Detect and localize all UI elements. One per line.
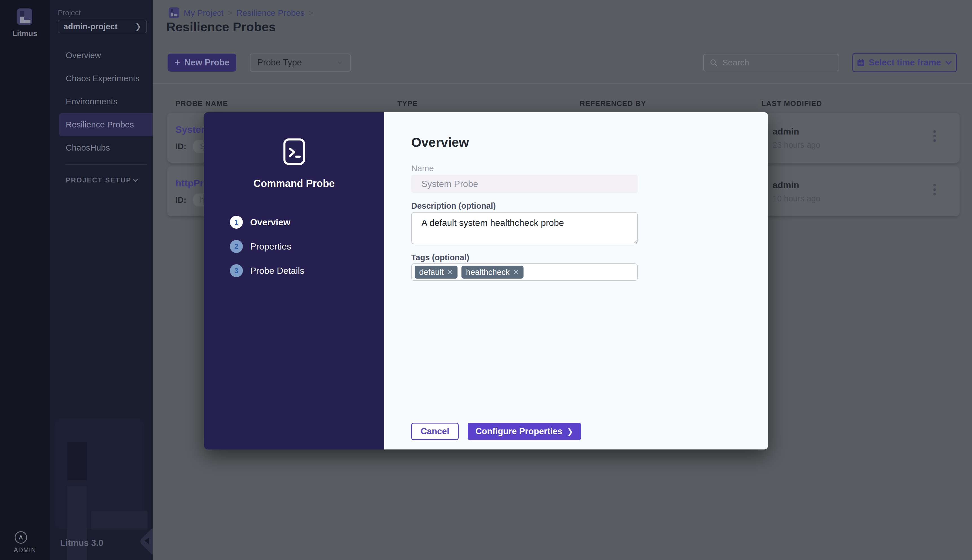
plus-icon: + bbox=[174, 57, 180, 68]
modified-ago: 23 hours ago bbox=[773, 140, 820, 150]
chevron-down-icon bbox=[132, 177, 139, 184]
row-menu-icon[interactable] bbox=[934, 184, 936, 195]
search-box bbox=[703, 54, 839, 71]
step-label: Overview bbox=[250, 217, 290, 228]
collapse-arrow-icon[interactable] bbox=[144, 537, 149, 544]
form-heading: Overview bbox=[411, 135, 469, 150]
sidebar-item-chaoshubs[interactable]: ChaosHubs bbox=[50, 136, 153, 159]
chevron-right-icon: ❯ bbox=[135, 22, 141, 31]
litmus-app: Litmus A ADMIN Project admin-project ❯ O… bbox=[0, 0, 972, 560]
name-field[interactable] bbox=[411, 175, 638, 193]
cancel-button[interactable]: Cancel bbox=[411, 423, 458, 440]
configure-properties-button[interactable]: Configure Properties ❯ bbox=[468, 423, 581, 440]
column-header-referenced-by: REFERENCED BY bbox=[580, 99, 646, 108]
modified-by: admin bbox=[773, 126, 799, 137]
description-label: Description (optional) bbox=[411, 201, 496, 211]
user-name-label: ADMIN bbox=[0, 547, 50, 554]
page-title: Resilience Probes bbox=[167, 20, 276, 34]
step-properties[interactable]: 2 Properties bbox=[230, 240, 304, 253]
breadcrumb-logo-icon bbox=[169, 7, 179, 18]
tags-label: Tags (optional) bbox=[411, 253, 469, 262]
column-header-last-modified: LAST MODIFIED bbox=[761, 99, 822, 108]
sidebar: Project admin-project ❯ Overview Chaos E… bbox=[50, 0, 153, 560]
project-setup-label: PROJECT SETUP bbox=[66, 176, 132, 184]
tag-chip: healthcheck ✕ bbox=[462, 266, 524, 278]
logo-rail: Litmus A ADMIN bbox=[0, 0, 50, 560]
project-selector[interactable]: admin-project ❯ bbox=[58, 20, 147, 33]
configure-properties-label: Configure Properties bbox=[475, 426, 562, 437]
tag-text: healthcheck bbox=[466, 268, 510, 277]
step-number: 1 bbox=[230, 216, 243, 229]
step-label: Probe Details bbox=[250, 266, 304, 276]
project-selector-value: admin-project bbox=[63, 22, 118, 31]
wizard-title: Command Probe bbox=[204, 178, 384, 190]
terminal-icon bbox=[204, 137, 384, 167]
probe-type-dropdown[interactable]: Probe Type bbox=[250, 53, 351, 72]
litmus-logo-icon[interactable] bbox=[17, 8, 32, 25]
sidebar-item-chaos-experiments[interactable]: Chaos Experiments bbox=[50, 67, 153, 90]
name-label: Name bbox=[411, 163, 434, 173]
calendar-icon bbox=[856, 58, 865, 67]
command-probe-modal: Command Probe 1 Overview 2 Properties 3 … bbox=[204, 112, 768, 450]
select-time-frame-button[interactable]: Select time frame bbox=[852, 53, 957, 72]
overview-form: Overview Name Description (optional) A d… bbox=[384, 112, 768, 450]
step-probe-details[interactable]: 3 Probe Details bbox=[230, 264, 304, 277]
chevron-down-icon bbox=[944, 58, 953, 67]
litmus-watermark bbox=[55, 418, 144, 529]
sidebar-item-overview[interactable]: Overview bbox=[50, 44, 153, 67]
wizard-steps: 1 Overview 2 Properties 3 Probe Details bbox=[230, 216, 304, 288]
column-header-type: TYPE bbox=[397, 99, 418, 108]
description-field[interactable]: A default system healthcheck probe bbox=[411, 212, 638, 244]
breadcrumb-separator: > bbox=[308, 8, 313, 18]
id-label: ID: bbox=[175, 142, 187, 151]
step-label: Properties bbox=[250, 242, 292, 252]
modified-ago: 10 hours ago bbox=[773, 194, 820, 203]
remove-tag-icon[interactable]: ✕ bbox=[513, 268, 519, 276]
search-input[interactable] bbox=[722, 58, 833, 67]
wizard-panel: Command Probe 1 Overview 2 Properties 3 … bbox=[204, 112, 384, 450]
sidebar-item-environments[interactable]: Environments bbox=[50, 90, 153, 113]
sidebar-item-resilience-probes[interactable]: Resilience Probes bbox=[59, 113, 153, 136]
time-frame-label: Select time frame bbox=[869, 58, 941, 68]
user-avatar[interactable]: A bbox=[15, 531, 27, 543]
id-label: ID: bbox=[175, 195, 187, 205]
chevron-right-icon: ❯ bbox=[567, 427, 574, 436]
breadcrumb-my-project[interactable]: My Project bbox=[183, 8, 224, 18]
toolbar-divider bbox=[153, 83, 972, 84]
breadcrumb-resilience-probes[interactable]: Resilience Probes bbox=[237, 8, 305, 18]
search-icon bbox=[709, 58, 718, 67]
column-header-probe-name: PROBE NAME bbox=[175, 99, 228, 108]
sidebar-nav: Overview Chaos Experiments Environments … bbox=[50, 44, 153, 159]
brand-name: Litmus bbox=[0, 29, 50, 38]
row-menu-icon[interactable] bbox=[934, 130, 936, 142]
tags-input[interactable]: default ✕ healthcheck ✕ bbox=[411, 263, 638, 281]
new-probe-button[interactable]: + New Probe bbox=[168, 53, 237, 72]
probe-type-label: Probe Type bbox=[257, 58, 302, 68]
modified-by: admin bbox=[773, 180, 799, 190]
modal-actions: Cancel Configure Properties ❯ bbox=[411, 423, 581, 440]
version-label: Litmus 3.0 bbox=[60, 538, 103, 548]
new-probe-label: New Probe bbox=[184, 58, 229, 68]
remove-tag-icon[interactable]: ✕ bbox=[447, 268, 453, 276]
step-number: 3 bbox=[230, 264, 243, 277]
tag-chip: default ✕ bbox=[415, 266, 457, 278]
project-setup-toggle[interactable]: PROJECT SETUP bbox=[66, 176, 139, 184]
step-overview[interactable]: 1 Overview bbox=[230, 216, 304, 229]
step-number: 2 bbox=[230, 240, 243, 253]
tag-text: default bbox=[419, 268, 444, 277]
breadcrumb: My Project > Resilience Probes > bbox=[183, 8, 313, 18]
breadcrumb-separator: > bbox=[228, 8, 233, 18]
project-label: Project bbox=[58, 8, 81, 17]
sidebar-divider bbox=[66, 164, 147, 165]
chevron-down-icon bbox=[336, 59, 343, 66]
